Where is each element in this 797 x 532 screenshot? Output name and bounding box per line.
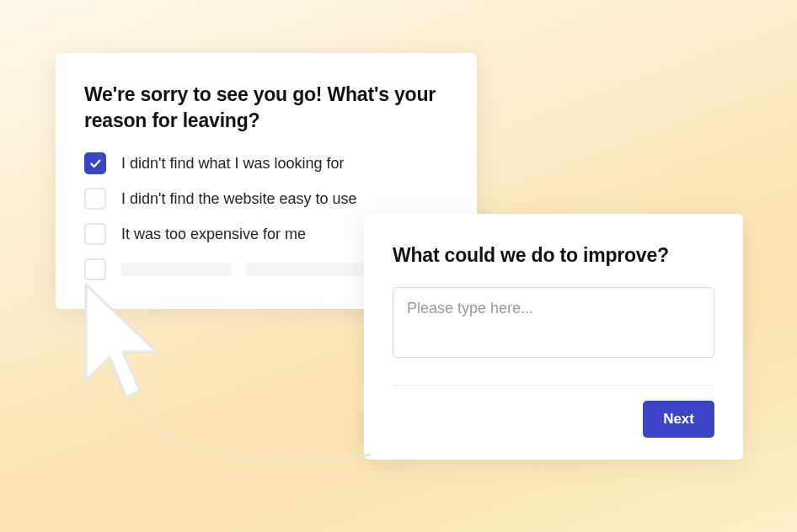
survey-title: What could we do to improve?	[393, 242, 714, 269]
survey-card-improve: What could we do to improve? Next	[364, 214, 743, 460]
next-button[interactable]: Next	[643, 401, 714, 438]
checkbox-unchecked[interactable]	[84, 258, 106, 280]
option-label: I didn't find what I was looking for	[121, 155, 345, 173]
checkbox-checked[interactable]	[84, 152, 106, 174]
survey-title: We're sorry to see you go! What's your r…	[84, 82, 448, 134]
option-label: I didn't find the website easy to use	[121, 190, 357, 208]
connector-line	[101, 345, 379, 505]
survey-option[interactable]: I didn't find what I was looking for	[84, 152, 448, 174]
divider	[393, 385, 714, 386]
button-row: Next	[393, 401, 714, 438]
checkbox-unchecked[interactable]	[84, 223, 106, 245]
feedback-input[interactable]	[393, 287, 714, 358]
option-label: It was too expensive for me	[121, 226, 306, 243]
check-icon	[88, 157, 102, 170]
checkbox-unchecked[interactable]	[84, 188, 106, 210]
survey-option[interactable]: I didn't find the website easy to use	[84, 188, 448, 210]
text-placeholder	[246, 263, 372, 276]
text-placeholder	[121, 263, 231, 276]
